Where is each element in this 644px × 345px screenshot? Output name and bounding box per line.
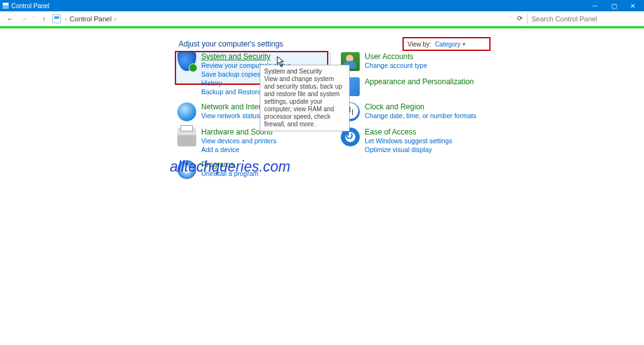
viewby-dropdown[interactable]: Category ▼ (435, 41, 467, 48)
category-title-link[interactable]: Ease of Access (365, 128, 452, 136)
category-sublink[interactable]: Change account type (365, 61, 427, 70)
maximize-button[interactable]: ▢ (605, 1, 623, 10)
category-sublink[interactable]: Add a device (201, 145, 276, 154)
address-bar: ← → ˅ ↑ › Control Panel › ˅ ⟳ (0, 11, 644, 26)
viewby-highlight: View by: Category ▼ (402, 37, 491, 51)
category-sublink[interactable]: Change date, time, or number formats (365, 111, 476, 120)
category-title-link[interactable]: System and Security (201, 52, 328, 61)
svg-rect-1 (3, 3, 8, 5)
chevron-right-icon: › (114, 15, 116, 23)
search-input[interactable] (527, 13, 640, 25)
tooltip: System and Security View and change syst… (260, 65, 350, 131)
tooltip-body: View and change system and security stat… (264, 75, 345, 128)
recent-dropdown-icon[interactable]: ˅ (33, 16, 36, 22)
history-dropdown-icon[interactable]: ˅ (509, 16, 512, 22)
window-title: Control Panel (11, 3, 50, 9)
refresh-button[interactable]: ⟳ (514, 14, 525, 23)
category-user-accounts[interactable]: User Accounts Change account type (341, 52, 492, 71)
back-button[interactable]: ← (4, 15, 16, 23)
up-button[interactable]: ↑ (38, 15, 50, 23)
window-icon (3, 3, 9, 9)
breadcrumb[interactable]: › Control Panel › (63, 15, 116, 23)
window-controls: ─ ▢ ✕ (586, 1, 641, 10)
globe-icon (177, 102, 196, 121)
chevron-down-icon: ▼ (462, 42, 466, 47)
category-hardware[interactable]: Hardware and Sound View devices and prin… (177, 128, 328, 154)
shield-icon (177, 52, 196, 71)
category-title-link[interactable]: Appearance and Personalization (365, 77, 474, 86)
minimize-button[interactable]: ─ (586, 1, 604, 10)
category-sublink[interactable]: Let Windows suggest settings (365, 136, 452, 145)
category-title-link[interactable]: User Accounts (365, 52, 427, 61)
category-title-link[interactable]: Clock and Region (365, 102, 476, 111)
forward-button[interactable]: → (18, 15, 31, 23)
category-sublink[interactable]: View devices and printers (201, 136, 276, 145)
content-area: Adjust your computer's settings View by:… (0, 28, 644, 48)
close-button[interactable]: ✕ (624, 1, 641, 10)
category-column-right: User Accounts Change account type Appear… (341, 52, 492, 185)
printer-icon (177, 128, 196, 146)
category-sublink[interactable]: Optimize visual display (365, 145, 452, 154)
control-panel-icon (52, 14, 61, 23)
watermark-text: alltechqueries.com (170, 158, 291, 175)
category-ease-of-access[interactable]: Ease of Access Let Windows suggest setti… (341, 128, 492, 154)
tooltip-title: System and Security (264, 68, 345, 75)
category-appearance[interactable]: Appearance and Personalization (341, 77, 492, 96)
window-titlebar: Control Panel ─ ▢ ✕ (0, 0, 644, 11)
viewby-label: View by: (408, 41, 431, 48)
chevron-right-icon: › (65, 15, 67, 23)
category-clock-region[interactable]: Clock and Region Change date, time, or n… (341, 102, 492, 121)
breadcrumb-item[interactable]: Control Panel (70, 15, 112, 23)
